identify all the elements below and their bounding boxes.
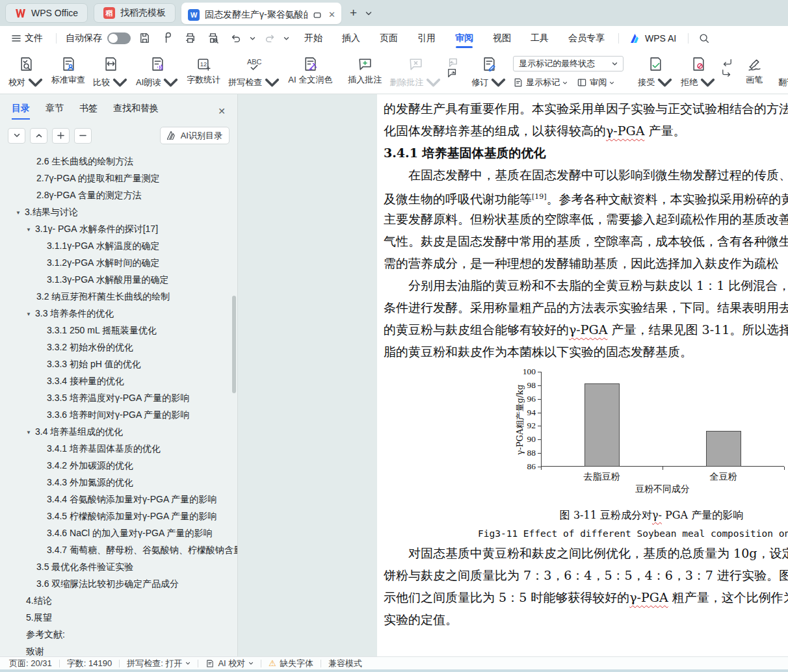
show-markup-button[interactable]: 显示标记	[513, 77, 568, 88]
previous-revision-icon[interactable]	[721, 57, 733, 68]
toc-item[interactable]: 2.6 生长曲线的绘制方法	[0, 153, 237, 170]
word-count-button[interactable]: 12 字数统计	[183, 52, 224, 88]
accept-revision-button[interactable]: 接受	[634, 52, 677, 93]
missing-font-warning[interactable]: ⚠ 缺失字体	[269, 658, 313, 669]
toc-item[interactable]: 3.1.3γ-PGA 水解酸用量的确定	[0, 272, 237, 289]
sidebar-tab-toc[interactable]: 目录	[12, 103, 30, 120]
toc-item[interactable]: 3.4.4 谷氨酸钠添加量对γ-PGA 产量的影响	[0, 491, 237, 508]
toc-item[interactable]: 3.3.1 250 mL 摇瓶装量优化	[0, 322, 237, 339]
tab-document[interactable]: W 固态发酵生产γ-聚谷氨酸的研 ✕	[181, 3, 341, 24]
next-revision-icon[interactable]	[721, 68, 733, 78]
spellcheck-status[interactable]: 拼写检查: 打开	[127, 658, 190, 669]
sidebar-tab-find-replace[interactable]: 查找和替换	[113, 103, 159, 120]
menu-item[interactable]: 会员专享	[558, 26, 614, 50]
toc-item[interactable]: 2.8γ-PGA 含量的测定方法	[0, 187, 237, 204]
toc-item[interactable]: 参考文献:	[0, 627, 237, 643]
toc-item[interactable]: 3.4.1 培养基固体基质的优化	[0, 441, 237, 458]
toc-item[interactable]: 5.展望	[0, 610, 237, 627]
toc-item[interactable]: 3.2 纳豆芽孢杆菌生长曲线的绘制	[0, 289, 237, 305]
toc-item[interactable]: 3.3.3 初始 pH 值的优化	[0, 356, 237, 373]
close-tab-icon[interactable]: ✕	[328, 10, 335, 19]
zoom-out-level-button[interactable]	[74, 128, 92, 144]
menu-item[interactable]: 工具	[521, 26, 558, 50]
translate-button[interactable]: 文A 翻译	[774, 52, 788, 93]
insert-comment-button[interactable]: 插入批注	[344, 52, 386, 88]
toc-item[interactable]: 2.7γ-PGA 的提取和粗产量测定	[0, 170, 237, 187]
toc-item[interactable]: 3.3.4 接种量的优化	[0, 373, 237, 390]
toc-item[interactable]: 3.4.3 外加氮源的优化	[0, 474, 237, 491]
toc-item[interactable]: 3.3.6 培养时间对γ-PGA 产量的影响	[0, 407, 237, 424]
tab-wps-office[interactable]: WPS Office	[5, 3, 88, 23]
toc-collapse-arrow-icon[interactable]: ▼	[26, 430, 35, 435]
toc-item[interactable]: 4.结论	[0, 593, 237, 610]
review-pane-button[interactable]: 审阅	[577, 77, 614, 88]
sidebar-scrollbar[interactable]	[232, 296, 236, 393]
standard-review-button[interactable]: 标准审查	[47, 52, 89, 88]
expand-all-button[interactable]	[8, 128, 25, 144]
menu-item[interactable]: 引用	[408, 26, 445, 50]
collapse-all-button[interactable]	[30, 128, 47, 144]
sidebar-tab-bookmarks[interactable]: 书签	[79, 103, 98, 120]
menu-item[interactable]: 视图	[483, 26, 521, 50]
toc-item[interactable]: ▼3.1γ- PGA 水解条件的探讨[17]	[0, 221, 237, 238]
doc-line: 化固体发酵培养基的组成，以获得较高的γ-PGA 产量。	[384, 120, 788, 142]
toc-item[interactable]: 3.5 最优化条件验证实验	[0, 559, 237, 576]
toc-item[interactable]: 3.3.2 初始水份的优化	[0, 339, 237, 356]
track-changes-button[interactable]: 修订	[467, 52, 510, 93]
print-preview-button[interactable]	[204, 30, 222, 47]
toc-item[interactable]: 3.4.6 NaCl 的加入量对γ-PGA 产量的影响	[0, 525, 237, 542]
undo-caret-icon[interactable]	[250, 36, 256, 40]
spell-check-button[interactable]: ABC 拼写检查	[224, 52, 284, 93]
word-count-indicator[interactable]: 字数: 14190	[67, 658, 112, 669]
float-window-icon[interactable]	[313, 10, 322, 19]
toc-collapse-arrow-icon[interactable]: ▼	[16, 210, 25, 216]
autosave-toggle[interactable]	[107, 32, 131, 44]
toc-item[interactable]: 3.4.5 柠檬酸钠添加量对γ-PGA 产量的影响	[0, 508, 237, 525]
toc-item[interactable]: ▼3.结果与讨论	[0, 204, 237, 221]
toc-item[interactable]: 3.6 双缩脲法比较初步确定产品成分	[0, 576, 237, 593]
markup-state-dropdown[interactable]: 显示标记的最终状态	[513, 56, 624, 71]
reject-revision-button[interactable]: 拒绝	[677, 52, 720, 93]
new-tab-button[interactable]: +	[347, 6, 360, 20]
toc-item[interactable]: 3.1.2γ-PGA 水解时间的确定	[0, 255, 237, 272]
menu-item[interactable]: 审阅	[445, 26, 483, 50]
toc-item[interactable]: ▼3.3 培养条件的优化	[0, 305, 237, 322]
ai-recognize-toc-button[interactable]: AI识别目录	[160, 127, 230, 144]
print-button[interactable]	[181, 30, 199, 47]
wps-ai-button[interactable]: WPS AI	[623, 33, 684, 44]
zoom-in-level-button[interactable]	[52, 128, 70, 144]
toc-item[interactable]: 3.1.1γ-PGA 水解温度的确定	[0, 238, 237, 255]
previous-comment-icon[interactable]	[447, 57, 458, 68]
undo-button[interactable]	[227, 30, 244, 47]
quick-access-caret-icon[interactable]	[283, 36, 289, 40]
proofread-button[interactable]: 校对	[5, 52, 47, 93]
search-button[interactable]	[695, 30, 713, 47]
save-button[interactable]	[136, 30, 153, 47]
ai-proofread-status[interactable]: AI 校对	[205, 658, 254, 669]
sidebar-tab-chapters[interactable]: 章节	[46, 103, 64, 120]
tab-template[interactable]: 稻 找稻壳模板	[94, 3, 176, 23]
sidebar-close-icon[interactable]: ✕	[218, 106, 226, 116]
next-comment-icon[interactable]	[447, 68, 458, 78]
page-indicator[interactable]: 页面: 20/31	[9, 658, 52, 669]
toc-item[interactable]: 3.3.5 培养温度对γ-PGA 产量的影响	[0, 390, 237, 407]
ink-brush-button[interactable]: 画笔	[742, 52, 767, 88]
toc-item[interactable]: 3.4.2 外加碳源的优化	[0, 458, 237, 474]
menu-item[interactable]: 页面	[370, 26, 408, 50]
ai-polish-button[interactable]: AI 全文润色	[284, 52, 336, 88]
export-pdf-button[interactable]	[159, 30, 176, 47]
redo-button[interactable]	[261, 30, 278, 47]
delete-comment-button[interactable]: 删除批注	[386, 52, 445, 93]
toc-item[interactable]: ▼3.4 培养基组成的优化	[0, 424, 237, 441]
document-page[interactable]: 的发酵生产具有重要作用。本实验采用单因子实验与正交试验相结合的方法化固体发酵培养…	[377, 94, 788, 656]
toc-collapse-arrow-icon[interactable]: ▼	[26, 227, 35, 233]
tab-list-caret-icon[interactable]	[365, 11, 372, 16]
compare-button[interactable]: 比较	[89, 52, 132, 93]
menu-item[interactable]: 开始	[295, 26, 332, 50]
file-menu-button[interactable]: 文件	[8, 32, 47, 44]
menu-item[interactable]: 插入	[332, 26, 370, 50]
ai-read-button[interactable]: AI朗读	[132, 52, 183, 93]
toc-item[interactable]: 3.4.7 葡萄糖、酵母粉、谷氨酸钠、柠檬酸钠含量 ...	[0, 542, 237, 559]
toc-collapse-arrow-icon[interactable]: ▼	[26, 311, 35, 317]
toc-item[interactable]: 致谢	[0, 643, 237, 656]
